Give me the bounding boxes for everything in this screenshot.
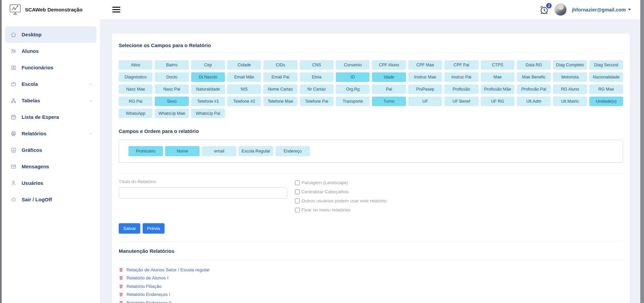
field-chip-unidade-s[interactable]: Unidade(s)	[589, 97, 623, 106]
field-chip-nasc-pai[interactable]: Nasc Pai	[155, 85, 188, 94]
field-chip-naturalidade[interactable]: Naturalidade	[191, 85, 225, 94]
field-chip-data-rg[interactable]: Data RG	[517, 60, 551, 70]
sidebar-item-usuarios[interactable]: Usuários	[2, 175, 100, 191]
field-chip-profissao-mae[interactable]: Profissão Mãe	[481, 85, 515, 94]
field-chip-nr-cartao[interactable]: Nr Cartao	[300, 85, 333, 94]
sidebar-item-label: Funcionários	[22, 65, 53, 70]
window-scrollbar[interactable]	[640, 0, 644, 303]
report-link-relatorio-enderecos-i[interactable]: Relatório Endereços I	[119, 291, 623, 299]
field-chip-uf-rg[interactable]: UF RG	[481, 97, 515, 106]
field-chip-mae[interactable]: Mae	[481, 72, 515, 82]
field-chip-telefone-mae[interactable]: Telefone Mae	[263, 97, 297, 106]
field-chip-docto[interactable]: Docto	[155, 72, 188, 82]
field-chip-cidade[interactable]: Cidade	[227, 60, 261, 70]
sidebar-item-lista-de-espera[interactable]: Lista de Espera	[2, 109, 100, 125]
report-link-relacao-de-alunos-setor-escola-regular[interactable]: Relação de Alunos Setor / Escola regular	[119, 266, 623, 274]
field-chip-cns[interactable]: CNS	[300, 60, 333, 70]
ordered-chip-escola-regular[interactable]: Escola Regular	[239, 146, 273, 156]
field-chip-cpf-aluno[interactable]: CPF Aluno	[372, 60, 406, 70]
field-chip-etnia[interactable]: Etnia	[300, 72, 333, 82]
ordered-chip-prontuario[interactable]: Prontuário	[128, 146, 163, 156]
checkbox-outros-usuarios-podem-usar-este-relatorio[interactable]	[295, 199, 300, 203]
sidebar-item-funcionarios[interactable]: Funcionários	[2, 59, 100, 76]
field-chip-profissao-pai[interactable]: Profissão Pai	[517, 85, 551, 94]
field-chip-rg-mae[interactable]: RG Mae	[589, 85, 623, 94]
field-chip-profissao[interactable]: Profissão	[444, 85, 478, 94]
report-link-relatorio-enderecos-ii[interactable]: Relatório Endereços II	[119, 299, 623, 303]
field-chip-bairro[interactable]: Bairro	[155, 60, 188, 70]
ordered-chip-nome[interactable]: Nome	[165, 146, 200, 156]
field-chip-cpf-mae[interactable]: CPF Mae	[408, 60, 442, 70]
sidebar-item-tabelas[interactable]: Tabelas	[2, 92, 100, 109]
field-chip-whatsup-pai[interactable]: WhatsUp Pai	[191, 109, 225, 118]
field-chip-convenio[interactable]: Convenio	[336, 60, 370, 70]
sidebar-item-desktop[interactable]: Desktop	[5, 26, 96, 43]
field-chip-nis[interactable]: NIS	[227, 85, 261, 94]
save-button[interactable]: Salvar	[119, 223, 140, 234]
field-chip-org-rg[interactable]: Org.Rg	[336, 85, 370, 94]
field-chip-idade[interactable]: Idade	[372, 72, 406, 82]
field-chip-diag-completo[interactable]: Diag Completo	[553, 60, 587, 70]
field-chip-ctps[interactable]: CTPS	[481, 60, 515, 70]
field-chip-uf[interactable]: UF	[408, 97, 442, 106]
field-chip-turno[interactable]: Turno	[372, 97, 406, 106]
field-chip-nome-cartao[interactable]: Nome Cartao	[263, 85, 297, 94]
field-chip-email-mae[interactable]: Email Mãe	[227, 72, 261, 82]
field-chip-uf-benef[interactable]: UF Benef	[444, 97, 478, 106]
field-chip-rg-aluno[interactable]: RG Aluno	[553, 85, 587, 94]
field-chip-id[interactable]: ID	[336, 72, 370, 82]
report-link-relatorio-filiacao[interactable]: Relatório Filiação	[119, 282, 623, 291]
checkbox-paisagem-landscape[interactable]	[295, 180, 300, 185]
field-chip-telefone-1[interactable]: Telefone #1	[191, 97, 225, 106]
ordered-chip-email[interactable]: email	[202, 146, 236, 156]
user-menu[interactable]: jhfornazier@gmail.com	[572, 7, 631, 12]
report-title-label: Título do Relatório	[119, 179, 295, 184]
field-chip-nasc-mae[interactable]: Nasc Mae	[119, 85, 152, 94]
checkbox-centralizar-cabecalhos[interactable]	[295, 190, 300, 194]
field-chip-instruc-mae[interactable]: Instruc Mae	[408, 72, 442, 82]
field-chip-cep[interactable]: Cep	[191, 60, 225, 70]
checkbox-label: Outros usuários podem usar este relatóri…	[301, 198, 386, 203]
field-chip-transporte[interactable]: Transporte	[336, 97, 370, 106]
sidebar-item-label: Relatórios	[22, 131, 46, 136]
ordered-chip-endereco[interactable]: Endereço	[275, 146, 310, 156]
action-buttons: Salvar Prévia	[119, 223, 623, 234]
sidebar-item-relatorios[interactable]: Relatórios	[2, 125, 100, 142]
field-chip-whatsapp[interactable]: WhatsApp	[119, 109, 152, 118]
field-chip-diag-secund[interactable]: Diag Secund	[589, 60, 623, 70]
user-avatar[interactable]	[554, 3, 567, 16]
field-chip-telefone-pai[interactable]: Telefone Pai	[300, 97, 333, 106]
sidebar-item-sair-logoff[interactable]: Sair / LogOff	[2, 191, 100, 208]
field-chip-cpf-pai[interactable]: CPF Pai	[444, 60, 478, 70]
field-chip-motorista[interactable]: Motorista	[553, 72, 587, 82]
field-chip-dt-nascto[interactable]: Dt.Nascto	[191, 72, 225, 82]
field-chip-nacionalidade[interactable]: Nacionalidade	[589, 72, 623, 82]
field-chip-pai[interactable]: Pai	[372, 85, 406, 94]
notifications-button[interactable]: 2	[539, 5, 549, 15]
field-chip-pispasep[interactable]: PisPasep	[408, 85, 442, 94]
field-chip-ativo[interactable]: Ativo	[119, 60, 152, 70]
checkbox-fixar-no-menu-relatorios[interactable]	[295, 208, 300, 212]
hamburger-menu-icon[interactable]	[112, 7, 120, 12]
sidebar-item-mensagens[interactable]: Mensagens	[2, 158, 100, 175]
report-link-relatorio-de-alunos-i[interactable]: Relatório de Alunos I	[119, 274, 623, 282]
app-title: SCAWeb Demonstração	[25, 7, 83, 12]
chevron-down-icon	[628, 9, 631, 10]
field-chip-ult-matric[interactable]: Ult.Matric	[553, 97, 587, 106]
field-chip-cids[interactable]: CIDs	[263, 60, 297, 70]
field-chip-mae-benefic[interactable]: Mae Benefic	[517, 72, 551, 82]
field-chip-instruc-pai[interactable]: Instruc Pai	[444, 72, 478, 82]
field-chip-diagnostico[interactable]: Diagnóstico	[119, 72, 152, 82]
report-title-input[interactable]	[119, 187, 287, 199]
field-chip-whatsup-mae[interactable]: WhatsUp Mae	[155, 109, 188, 118]
sidebar-item-graficos[interactable]: Gráficos	[2, 142, 100, 158]
report-link-label: Relatório de Alunos I	[126, 275, 169, 280]
field-chip-telefone-2[interactable]: Telefone #2	[227, 97, 261, 106]
field-chip-ult-adm[interactable]: Ult.Adm	[517, 97, 551, 106]
preview-button[interactable]: Prévia	[143, 223, 164, 234]
sidebar-item-escola[interactable]: Escola	[2, 76, 100, 92]
field-chip-rg-pai[interactable]: RG Pai	[119, 97, 152, 106]
field-chip-sexo[interactable]: Sexo	[155, 97, 188, 106]
sidebar-item-alunos[interactable]: Alunos	[2, 43, 100, 59]
field-chip-email-pai[interactable]: Email Pai	[263, 72, 297, 82]
